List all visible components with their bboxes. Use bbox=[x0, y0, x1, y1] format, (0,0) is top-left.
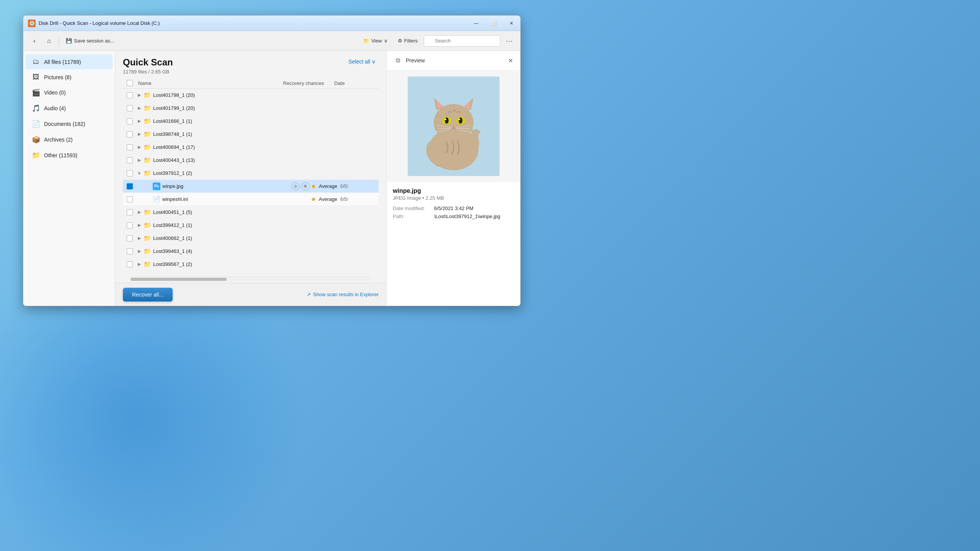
search-wrapper: 🔍 bbox=[424, 35, 500, 47]
table-row[interactable]: ▶ 📁 Lost398748_1 (1) bbox=[123, 128, 379, 141]
folder-icon: 📁 bbox=[144, 209, 151, 216]
table-row[interactable]: ▶ 📁 Lost400694_1 (17) bbox=[123, 141, 379, 154]
row-checkbox[interactable] bbox=[127, 183, 133, 189]
all-files-icon: 🗂 bbox=[32, 58, 40, 66]
all-files-label: All files (11789) bbox=[44, 59, 81, 65]
row-checkbox[interactable] bbox=[127, 157, 133, 163]
table-row[interactable]: ▶ 📁 Lost401666_1 (1) bbox=[123, 115, 379, 128]
row-checkbox[interactable] bbox=[127, 209, 133, 215]
restore-button[interactable]: ⬜ bbox=[485, 16, 503, 31]
preview-header: ⧉ Preview ✕ bbox=[387, 51, 520, 70]
table-row[interactable]: ▶ 📁 Lost400662_1 (1) bbox=[123, 232, 379, 245]
expand-icon[interactable]: ▶ bbox=[137, 132, 142, 137]
row-checkbox[interactable] bbox=[127, 105, 133, 111]
chevron-down-icon: ∨ bbox=[384, 38, 388, 44]
row-checkbox[interactable] bbox=[127, 248, 133, 254]
row-checkbox[interactable] bbox=[127, 196, 133, 202]
file-name: Lost401799_1 (20) bbox=[153, 105, 195, 111]
preview-action-icon[interactable]: ◎ bbox=[291, 182, 300, 191]
expand-icon[interactable]: ▶ bbox=[137, 119, 142, 124]
recovery-indicator bbox=[312, 185, 315, 188]
table-row[interactable]: ▶ 📁 Lost399567_1 (2) bbox=[123, 258, 379, 271]
collapse-icon[interactable]: ▼ bbox=[137, 171, 142, 176]
file-name: Lost400662_1 (1) bbox=[153, 235, 192, 241]
table-row[interactable]: 📄 winpeshl.ini Average 6/5/ bbox=[123, 193, 379, 206]
path-label: Path: bbox=[393, 214, 431, 219]
audio-label: Audio (4) bbox=[44, 105, 66, 111]
table-row[interactable]: ▶ 📁 Lost399412_1 (1) bbox=[123, 219, 379, 232]
row-checkbox[interactable] bbox=[127, 118, 133, 124]
table-row[interactable]: ▶ 📁 Lost401798_1 (20) bbox=[123, 89, 379, 102]
row-checkbox[interactable] bbox=[127, 261, 133, 267]
file-name: winpe.jpg bbox=[162, 183, 183, 189]
table-row[interactable]: ▶ 📁 Lost401799_1 (20) bbox=[123, 102, 379, 115]
sidebar-item-audio[interactable]: 🎵 Audio (4) bbox=[26, 101, 113, 116]
meta-path-row: Path: \Lost\Lost397912_1\winpe.jpg bbox=[393, 214, 514, 219]
select-all-checkbox[interactable] bbox=[127, 80, 133, 86]
date-cell: 6/5/ bbox=[340, 184, 379, 189]
pictures-label: Pictures (8) bbox=[44, 74, 72, 80]
row-checkbox[interactable] bbox=[127, 92, 133, 98]
table-row[interactable]: Ps winpe.jpg ◎ ⊕ Average bbox=[123, 180, 379, 193]
expand-icon[interactable]: ▶ bbox=[137, 249, 142, 254]
filters-button[interactable]: ⚙ Filters bbox=[394, 34, 421, 47]
sidebar-item-all-files[interactable]: 🗂 All files (11789) bbox=[26, 54, 113, 69]
expand-icon[interactable]: ▶ bbox=[137, 93, 142, 98]
file-count: 11789 files / 2.65 GB bbox=[123, 69, 173, 75]
app-icon: 💿 bbox=[28, 20, 36, 27]
expand-icon[interactable]: ▶ bbox=[137, 158, 142, 163]
view-label: View bbox=[371, 38, 382, 44]
info-action-icon[interactable]: ⊕ bbox=[301, 182, 310, 191]
page-title: Quick Scan bbox=[123, 57, 173, 68]
preview-info: winpe.jpg JPEG Image • 2.25 MB Date modi… bbox=[387, 182, 520, 227]
table-row[interactable]: ▶ 📁 Lost399463_1 (4) bbox=[123, 245, 379, 258]
sidebar-item-archives[interactable]: 📦 Archives (2) bbox=[26, 132, 113, 147]
expand-icon[interactable]: ▶ bbox=[137, 145, 142, 150]
show-in-explorer-button[interactable]: ↗ Show scan results in Explorer bbox=[307, 292, 379, 297]
other-label: Other (11593) bbox=[44, 152, 77, 158]
table-row[interactable]: ▶ 📁 Lost400451_1 (5) bbox=[123, 206, 379, 219]
sidebar-item-video[interactable]: 🎬 Video (0) bbox=[26, 85, 113, 100]
sidebar-item-pictures[interactable]: 🖼 Pictures (8) bbox=[26, 70, 113, 85]
scan-info: Quick Scan 11789 files / 2.65 GB bbox=[123, 57, 173, 75]
back-button[interactable]: ‹ bbox=[28, 34, 41, 47]
other-icon: 📁 bbox=[32, 151, 40, 160]
row-checkbox[interactable] bbox=[127, 235, 133, 241]
expand-icon[interactable]: ▶ bbox=[137, 210, 142, 215]
row-checkbox[interactable] bbox=[127, 222, 133, 228]
preview-close-button[interactable]: ✕ bbox=[506, 56, 515, 65]
table-row[interactable]: ▼ 📁 Lost397912_1 (2) bbox=[123, 167, 379, 180]
search-input[interactable] bbox=[424, 35, 500, 47]
row-checkbox[interactable] bbox=[127, 170, 133, 176]
table-row[interactable]: ▶ 📁 Lost400443_1 (13) bbox=[123, 154, 379, 167]
svg-point-10 bbox=[459, 117, 462, 124]
file-name: Lost397912_1 (2) bbox=[153, 170, 192, 176]
sidebar-item-documents[interactable]: 📄 Documents (182) bbox=[26, 116, 113, 132]
row-checkbox[interactable] bbox=[127, 131, 133, 137]
expand-icon[interactable]: ▶ bbox=[137, 223, 142, 228]
photoshop-icon: Ps bbox=[153, 183, 160, 190]
date-modified-value: 6/5/2021 3:42 PM bbox=[434, 205, 474, 211]
pictures-icon: 🖼 bbox=[32, 73, 40, 81]
sidebar-item-other[interactable]: 📁 Other (11593) bbox=[26, 148, 113, 163]
recover-all-button[interactable]: Recover all... bbox=[123, 288, 173, 302]
preview-copy-button[interactable]: ⧉ bbox=[392, 55, 403, 66]
save-session-button[interactable]: 💾 Save session as... bbox=[62, 34, 118, 47]
expand-icon[interactable]: ▶ bbox=[137, 262, 142, 267]
expand-icon[interactable]: ▶ bbox=[137, 236, 142, 241]
file-table: Name Recovery chances Date ▶ 📁 bbox=[123, 78, 379, 283]
close-button[interactable]: ✕ bbox=[503, 16, 520, 31]
recovery-label: Average bbox=[319, 183, 337, 189]
home-button[interactable]: ⌂ bbox=[42, 34, 56, 47]
folder-icon: 📁 bbox=[144, 222, 151, 229]
more-options-button[interactable]: ⋯ bbox=[503, 34, 516, 47]
select-all-button[interactable]: Select all ∨ bbox=[345, 57, 379, 66]
view-button[interactable]: 📁 View ∨ bbox=[359, 34, 392, 47]
row-checkbox[interactable] bbox=[127, 144, 133, 150]
file-name: Lost400443_1 (13) bbox=[153, 157, 195, 163]
horizontal-scrollbar[interactable] bbox=[131, 277, 371, 281]
minimize-button[interactable]: — bbox=[467, 16, 485, 31]
folder-icon: 📁 bbox=[144, 117, 151, 125]
expand-icon[interactable]: ▶ bbox=[137, 106, 142, 111]
window-controls: — ⬜ ✕ bbox=[467, 16, 520, 31]
